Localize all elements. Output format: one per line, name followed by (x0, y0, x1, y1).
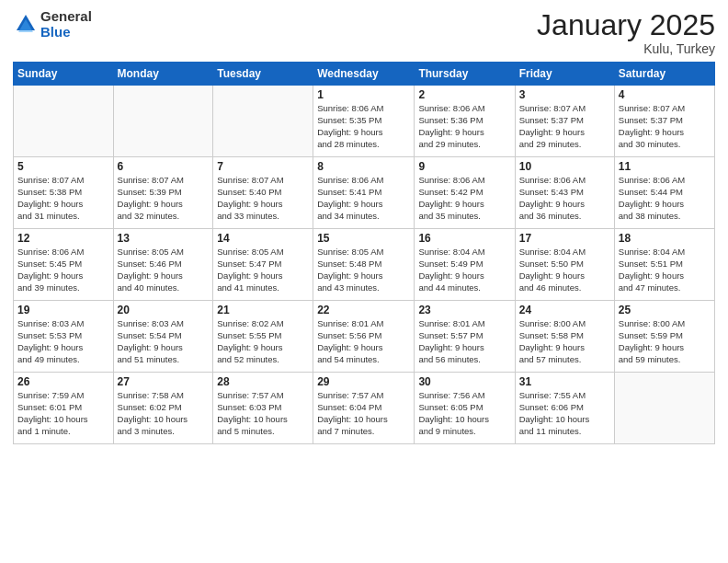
day-info: Sunrise: 8:04 AM Sunset: 5:50 PM Dayligh… (519, 247, 610, 293)
day-number: 18 (619, 232, 711, 245)
logo: General Blue (13, 9, 92, 40)
calendar-cell: 3Sunrise: 8:07 AM Sunset: 5:37 PM Daylig… (515, 86, 614, 157)
day-info: Sunrise: 8:06 AM Sunset: 5:36 PM Dayligh… (418, 103, 510, 150)
logo-icon (13, 12, 39, 38)
day-number: 24 (519, 304, 610, 316)
weekday-header-thursday: Thursday (415, 63, 515, 86)
day-number: 8 (317, 160, 410, 173)
day-number: 20 (118, 304, 210, 316)
day-number: 3 (519, 88, 610, 101)
day-info: Sunrise: 8:01 AM Sunset: 5:57 PM Dayligh… (418, 318, 510, 365)
day-info: Sunrise: 7:59 AM Sunset: 6:01 PM Dayligh… (17, 390, 109, 437)
day-number: 12 (17, 232, 109, 245)
day-number: 2 (418, 88, 510, 101)
day-number: 1 (317, 88, 410, 101)
day-number: 26 (17, 375, 109, 388)
location: Kulu, Turkey (537, 41, 715, 56)
day-number: 4 (619, 88, 711, 101)
calendar-cell: 31Sunrise: 7:55 AM Sunset: 6:06 PM Dayli… (515, 373, 614, 444)
day-info: Sunrise: 8:04 AM Sunset: 5:49 PM Dayligh… (418, 247, 510, 293)
calendar-cell: 9Sunrise: 8:06 AM Sunset: 5:42 PM Daylig… (415, 157, 515, 229)
day-info: Sunrise: 8:06 AM Sunset: 5:43 PM Dayligh… (519, 175, 610, 222)
day-info: Sunrise: 8:00 AM Sunset: 5:59 PM Dayligh… (619, 318, 711, 365)
title-block: January 2025 Kulu, Turkey (537, 9, 715, 56)
day-info: Sunrise: 8:06 AM Sunset: 5:42 PM Dayligh… (418, 175, 510, 222)
calendar-cell: 14Sunrise: 8:05 AM Sunset: 5:47 PM Dayli… (213, 229, 313, 301)
calendar-cell: 23Sunrise: 8:01 AM Sunset: 5:57 PM Dayli… (415, 301, 515, 373)
page: General Blue January 2025 Kulu, Turkey S… (0, 0, 728, 563)
calendar-cell: 20Sunrise: 8:03 AM Sunset: 5:54 PM Dayli… (113, 301, 213, 373)
day-number: 16 (418, 232, 510, 245)
day-info: Sunrise: 8:03 AM Sunset: 5:53 PM Dayligh… (17, 318, 109, 365)
calendar-cell: 12Sunrise: 8:06 AM Sunset: 5:45 PM Dayli… (14, 229, 114, 301)
calendar-cell: 18Sunrise: 8:04 AM Sunset: 5:51 PM Dayli… (614, 229, 714, 301)
day-info: Sunrise: 7:55 AM Sunset: 6:06 PM Dayligh… (519, 390, 610, 437)
day-info: Sunrise: 7:57 AM Sunset: 6:04 PM Dayligh… (317, 390, 410, 437)
header: General Blue January 2025 Kulu, Turkey (13, 9, 715, 56)
day-info: Sunrise: 7:57 AM Sunset: 6:03 PM Dayligh… (217, 390, 309, 437)
calendar-cell (614, 373, 714, 444)
weekday-header-sunday: Sunday (14, 63, 114, 86)
day-info: Sunrise: 7:56 AM Sunset: 6:05 PM Dayligh… (418, 390, 510, 437)
day-number: 7 (217, 160, 309, 173)
week-row-2: 5Sunrise: 8:07 AM Sunset: 5:38 PM Daylig… (14, 157, 715, 229)
day-info: Sunrise: 8:01 AM Sunset: 5:56 PM Dayligh… (317, 318, 410, 365)
calendar-cell: 19Sunrise: 8:03 AM Sunset: 5:53 PM Dayli… (14, 301, 114, 373)
day-info: Sunrise: 8:03 AM Sunset: 5:54 PM Dayligh… (118, 318, 210, 365)
calendar-cell: 29Sunrise: 7:57 AM Sunset: 6:04 PM Dayli… (313, 373, 415, 444)
calendar-cell (213, 86, 313, 157)
calendar-cell: 24Sunrise: 8:00 AM Sunset: 5:58 PM Dayli… (515, 301, 614, 373)
day-number: 5 (17, 160, 109, 173)
calendar-cell: 1Sunrise: 8:06 AM Sunset: 5:35 PM Daylig… (313, 86, 415, 157)
day-number: 6 (118, 160, 210, 173)
weekday-header-tuesday: Tuesday (213, 63, 313, 86)
day-number: 15 (317, 232, 410, 245)
day-number: 23 (418, 304, 510, 316)
day-number: 13 (118, 232, 210, 245)
day-info: Sunrise: 8:04 AM Sunset: 5:51 PM Dayligh… (619, 247, 711, 293)
day-info: Sunrise: 8:05 AM Sunset: 5:46 PM Dayligh… (118, 247, 210, 293)
day-number: 17 (519, 232, 610, 245)
day-number: 22 (317, 304, 410, 316)
day-info: Sunrise: 8:06 AM Sunset: 5:44 PM Dayligh… (619, 175, 711, 222)
calendar-cell: 6Sunrise: 8:07 AM Sunset: 5:39 PM Daylig… (113, 157, 213, 229)
day-info: Sunrise: 8:06 AM Sunset: 5:35 PM Dayligh… (317, 103, 410, 150)
calendar-cell: 4Sunrise: 8:07 AM Sunset: 5:37 PM Daylig… (614, 86, 714, 157)
day-info: Sunrise: 8:06 AM Sunset: 5:45 PM Dayligh… (17, 247, 109, 293)
calendar-cell: 15Sunrise: 8:05 AM Sunset: 5:48 PM Dayli… (313, 229, 415, 301)
calendar-cell: 13Sunrise: 8:05 AM Sunset: 5:46 PM Dayli… (113, 229, 213, 301)
weekday-header-saturday: Saturday (614, 63, 714, 86)
day-number: 21 (217, 304, 309, 316)
logo-text: General Blue (40, 9, 92, 40)
week-row-3: 12Sunrise: 8:06 AM Sunset: 5:45 PM Dayli… (14, 229, 715, 301)
weekday-header-wednesday: Wednesday (313, 63, 415, 86)
day-number: 19 (17, 304, 109, 316)
day-info: Sunrise: 8:07 AM Sunset: 5:37 PM Dayligh… (519, 103, 610, 150)
day-number: 28 (217, 375, 309, 388)
calendar-cell: 5Sunrise: 8:07 AM Sunset: 5:38 PM Daylig… (14, 157, 114, 229)
day-number: 25 (619, 304, 711, 316)
calendar-cell: 2Sunrise: 8:06 AM Sunset: 5:36 PM Daylig… (415, 86, 515, 157)
weekday-header-friday: Friday (515, 63, 614, 86)
day-number: 30 (418, 375, 510, 388)
day-number: 9 (418, 160, 510, 173)
calendar-cell: 30Sunrise: 7:56 AM Sunset: 6:05 PM Dayli… (415, 373, 515, 444)
calendar-cell: 7Sunrise: 8:07 AM Sunset: 5:40 PM Daylig… (213, 157, 313, 229)
day-number: 27 (118, 375, 210, 388)
day-number: 14 (217, 232, 309, 245)
day-number: 29 (317, 375, 410, 388)
day-number: 11 (619, 160, 711, 173)
day-info: Sunrise: 8:02 AM Sunset: 5:55 PM Dayligh… (217, 318, 309, 365)
calendar-cell: 27Sunrise: 7:58 AM Sunset: 6:02 PM Dayli… (113, 373, 213, 444)
calendar-cell: 21Sunrise: 8:02 AM Sunset: 5:55 PM Dayli… (213, 301, 313, 373)
week-row-1: 1Sunrise: 8:06 AM Sunset: 5:35 PM Daylig… (14, 86, 715, 157)
day-info: Sunrise: 8:07 AM Sunset: 5:38 PM Dayligh… (17, 175, 109, 222)
calendar-cell: 26Sunrise: 7:59 AM Sunset: 6:01 PM Dayli… (14, 373, 114, 444)
day-info: Sunrise: 8:06 AM Sunset: 5:41 PM Dayligh… (317, 175, 410, 222)
day-info: Sunrise: 8:00 AM Sunset: 5:58 PM Dayligh… (519, 318, 610, 365)
month-title: January 2025 (537, 9, 715, 41)
calendar-cell: 22Sunrise: 8:01 AM Sunset: 5:56 PM Dayli… (313, 301, 415, 373)
calendar-cell (14, 86, 114, 157)
day-info: Sunrise: 8:07 AM Sunset: 5:37 PM Dayligh… (619, 103, 711, 150)
calendar-cell: 17Sunrise: 8:04 AM Sunset: 5:50 PM Dayli… (515, 229, 614, 301)
